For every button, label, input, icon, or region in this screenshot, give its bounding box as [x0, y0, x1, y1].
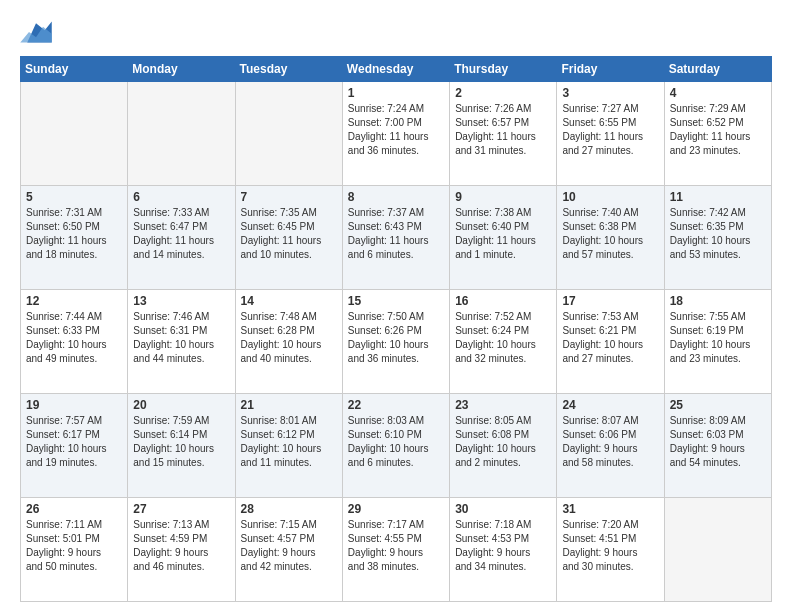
calendar-week-row: 19Sunrise: 7:57 AM Sunset: 6:17 PM Dayli…: [21, 394, 772, 498]
day-cell: 29Sunrise: 7:17 AM Sunset: 4:55 PM Dayli…: [342, 498, 449, 602]
day-info: Sunrise: 7:38 AM Sunset: 6:40 PM Dayligh…: [455, 206, 551, 262]
day-cell: 18Sunrise: 7:55 AM Sunset: 6:19 PM Dayli…: [664, 290, 771, 394]
day-info: Sunrise: 7:35 AM Sunset: 6:45 PM Dayligh…: [241, 206, 337, 262]
day-number: 27: [133, 502, 229, 516]
day-cell: 16Sunrise: 7:52 AM Sunset: 6:24 PM Dayli…: [450, 290, 557, 394]
day-info: Sunrise: 7:48 AM Sunset: 6:28 PM Dayligh…: [241, 310, 337, 366]
calendar-header-monday: Monday: [128, 57, 235, 82]
day-cell: 30Sunrise: 7:18 AM Sunset: 4:53 PM Dayli…: [450, 498, 557, 602]
page: SundayMondayTuesdayWednesdayThursdayFrid…: [0, 0, 792, 612]
day-info: Sunrise: 7:40 AM Sunset: 6:38 PM Dayligh…: [562, 206, 658, 262]
day-number: 26: [26, 502, 122, 516]
day-number: 13: [133, 294, 229, 308]
day-cell: 5Sunrise: 7:31 AM Sunset: 6:50 PM Daylig…: [21, 186, 128, 290]
day-number: 14: [241, 294, 337, 308]
day-info: Sunrise: 8:01 AM Sunset: 6:12 PM Dayligh…: [241, 414, 337, 470]
day-cell: 9Sunrise: 7:38 AM Sunset: 6:40 PM Daylig…: [450, 186, 557, 290]
day-number: 10: [562, 190, 658, 204]
day-number: 16: [455, 294, 551, 308]
day-info: Sunrise: 8:07 AM Sunset: 6:06 PM Dayligh…: [562, 414, 658, 470]
day-number: 23: [455, 398, 551, 412]
day-number: 9: [455, 190, 551, 204]
empty-cell: [235, 82, 342, 186]
day-info: Sunrise: 7:44 AM Sunset: 6:33 PM Dayligh…: [26, 310, 122, 366]
day-info: Sunrise: 7:55 AM Sunset: 6:19 PM Dayligh…: [670, 310, 766, 366]
day-info: Sunrise: 7:24 AM Sunset: 7:00 PM Dayligh…: [348, 102, 444, 158]
day-cell: 7Sunrise: 7:35 AM Sunset: 6:45 PM Daylig…: [235, 186, 342, 290]
day-number: 6: [133, 190, 229, 204]
day-number: 28: [241, 502, 337, 516]
day-number: 21: [241, 398, 337, 412]
calendar-table: SundayMondayTuesdayWednesdayThursdayFrid…: [20, 56, 772, 602]
header: [20, 18, 772, 46]
day-info: Sunrise: 7:57 AM Sunset: 6:17 PM Dayligh…: [26, 414, 122, 470]
day-number: 3: [562, 86, 658, 100]
calendar-week-row: 12Sunrise: 7:44 AM Sunset: 6:33 PM Dayli…: [21, 290, 772, 394]
empty-cell: [664, 498, 771, 602]
day-cell: 31Sunrise: 7:20 AM Sunset: 4:51 PM Dayli…: [557, 498, 664, 602]
logo-icon: [20, 18, 52, 46]
day-number: 5: [26, 190, 122, 204]
day-number: 17: [562, 294, 658, 308]
day-cell: 17Sunrise: 7:53 AM Sunset: 6:21 PM Dayli…: [557, 290, 664, 394]
calendar-week-row: 26Sunrise: 7:11 AM Sunset: 5:01 PM Dayli…: [21, 498, 772, 602]
calendar-header-wednesday: Wednesday: [342, 57, 449, 82]
day-number: 29: [348, 502, 444, 516]
day-cell: 11Sunrise: 7:42 AM Sunset: 6:35 PM Dayli…: [664, 186, 771, 290]
day-cell: 20Sunrise: 7:59 AM Sunset: 6:14 PM Dayli…: [128, 394, 235, 498]
day-number: 31: [562, 502, 658, 516]
day-cell: 3Sunrise: 7:27 AM Sunset: 6:55 PM Daylig…: [557, 82, 664, 186]
day-cell: 12Sunrise: 7:44 AM Sunset: 6:33 PM Dayli…: [21, 290, 128, 394]
calendar-header-friday: Friday: [557, 57, 664, 82]
day-number: 25: [670, 398, 766, 412]
day-info: Sunrise: 7:31 AM Sunset: 6:50 PM Dayligh…: [26, 206, 122, 262]
day-info: Sunrise: 7:52 AM Sunset: 6:24 PM Dayligh…: [455, 310, 551, 366]
calendar-header-tuesday: Tuesday: [235, 57, 342, 82]
day-info: Sunrise: 7:15 AM Sunset: 4:57 PM Dayligh…: [241, 518, 337, 574]
day-info: Sunrise: 7:42 AM Sunset: 6:35 PM Dayligh…: [670, 206, 766, 262]
day-cell: 1Sunrise: 7:24 AM Sunset: 7:00 PM Daylig…: [342, 82, 449, 186]
calendar-header-thursday: Thursday: [450, 57, 557, 82]
day-number: 15: [348, 294, 444, 308]
day-cell: 10Sunrise: 7:40 AM Sunset: 6:38 PM Dayli…: [557, 186, 664, 290]
day-number: 12: [26, 294, 122, 308]
day-info: Sunrise: 7:11 AM Sunset: 5:01 PM Dayligh…: [26, 518, 122, 574]
day-info: Sunrise: 7:37 AM Sunset: 6:43 PM Dayligh…: [348, 206, 444, 262]
day-number: 30: [455, 502, 551, 516]
day-number: 11: [670, 190, 766, 204]
day-info: Sunrise: 7:59 AM Sunset: 6:14 PM Dayligh…: [133, 414, 229, 470]
day-cell: 27Sunrise: 7:13 AM Sunset: 4:59 PM Dayli…: [128, 498, 235, 602]
day-cell: 22Sunrise: 8:03 AM Sunset: 6:10 PM Dayli…: [342, 394, 449, 498]
day-info: Sunrise: 7:26 AM Sunset: 6:57 PM Dayligh…: [455, 102, 551, 158]
day-cell: 14Sunrise: 7:48 AM Sunset: 6:28 PM Dayli…: [235, 290, 342, 394]
calendar-week-row: 5Sunrise: 7:31 AM Sunset: 6:50 PM Daylig…: [21, 186, 772, 290]
day-info: Sunrise: 8:03 AM Sunset: 6:10 PM Dayligh…: [348, 414, 444, 470]
day-number: 2: [455, 86, 551, 100]
day-cell: 21Sunrise: 8:01 AM Sunset: 6:12 PM Dayli…: [235, 394, 342, 498]
day-cell: 26Sunrise: 7:11 AM Sunset: 5:01 PM Dayli…: [21, 498, 128, 602]
day-info: Sunrise: 7:13 AM Sunset: 4:59 PM Dayligh…: [133, 518, 229, 574]
day-number: 19: [26, 398, 122, 412]
calendar-header-sunday: Sunday: [21, 57, 128, 82]
day-number: 1: [348, 86, 444, 100]
day-number: 22: [348, 398, 444, 412]
day-cell: 24Sunrise: 8:07 AM Sunset: 6:06 PM Dayli…: [557, 394, 664, 498]
day-number: 4: [670, 86, 766, 100]
day-number: 7: [241, 190, 337, 204]
day-info: Sunrise: 7:27 AM Sunset: 6:55 PM Dayligh…: [562, 102, 658, 158]
day-number: 24: [562, 398, 658, 412]
day-info: Sunrise: 7:20 AM Sunset: 4:51 PM Dayligh…: [562, 518, 658, 574]
day-cell: 25Sunrise: 8:09 AM Sunset: 6:03 PM Dayli…: [664, 394, 771, 498]
day-cell: 4Sunrise: 7:29 AM Sunset: 6:52 PM Daylig…: [664, 82, 771, 186]
day-cell: 8Sunrise: 7:37 AM Sunset: 6:43 PM Daylig…: [342, 186, 449, 290]
day-info: Sunrise: 7:46 AM Sunset: 6:31 PM Dayligh…: [133, 310, 229, 366]
day-info: Sunrise: 7:53 AM Sunset: 6:21 PM Dayligh…: [562, 310, 658, 366]
day-number: 20: [133, 398, 229, 412]
empty-cell: [128, 82, 235, 186]
day-info: Sunrise: 7:29 AM Sunset: 6:52 PM Dayligh…: [670, 102, 766, 158]
day-number: 8: [348, 190, 444, 204]
day-cell: 23Sunrise: 8:05 AM Sunset: 6:08 PM Dayli…: [450, 394, 557, 498]
logo: [20, 18, 58, 46]
day-cell: 6Sunrise: 7:33 AM Sunset: 6:47 PM Daylig…: [128, 186, 235, 290]
day-info: Sunrise: 7:18 AM Sunset: 4:53 PM Dayligh…: [455, 518, 551, 574]
